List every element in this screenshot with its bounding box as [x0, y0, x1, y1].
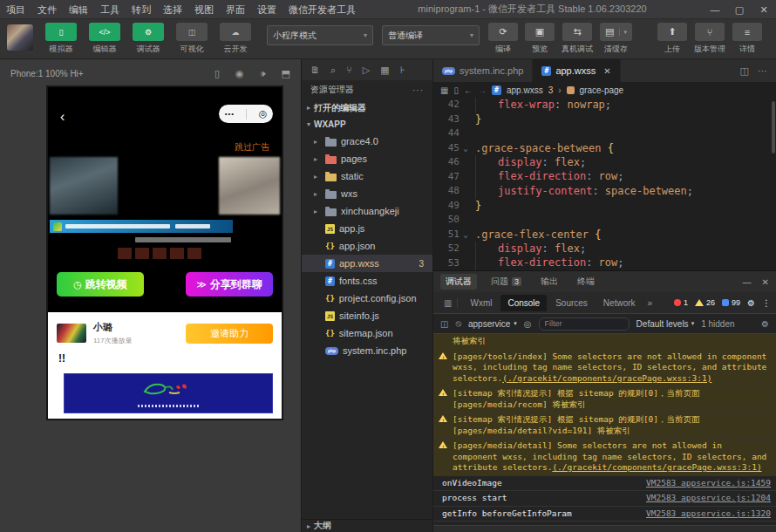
tab-app.wxss[interactable]: #app.wxss✕: [533, 59, 620, 82]
devtools-tab-Sources[interactable]: Sources: [548, 295, 595, 311]
toggle-编辑器[interactable]: </>编辑器: [85, 23, 124, 55]
toggle-云开发[interactable]: ☁云开发: [216, 23, 255, 55]
fold-icon[interactable]: ⌄: [459, 228, 472, 242]
video-thumbnail-right[interactable]: [219, 157, 280, 215]
maximize-button[interactable]: ▢: [727, 0, 752, 19]
log-source-link[interactable]: VM2583 appservice.js:1459: [646, 523, 771, 525]
console-sidebar-icon[interactable]: ◫: [440, 319, 448, 329]
panel-tab-输出[interactable]: 输出: [535, 274, 563, 290]
console-warning[interactable]: [sitemap 索引情况提示] 根据 sitemap 的规则[0]，当前页面 …: [433, 413, 776, 439]
more-tabs-icon[interactable]: »: [644, 298, 657, 308]
file-fonts.css[interactable]: #fonts.css: [302, 272, 432, 290]
console-log[interactable]: getInfo beforeGetInfoParamVM2583 appserv…: [433, 507, 776, 522]
console-warning[interactable]: 将被索引: [433, 334, 776, 350]
panel-minimize-icon[interactable]: —: [743, 277, 752, 287]
console-warning[interactable]: [pages/tools/index] Some selectors are n…: [433, 350, 776, 387]
action-清缓存[interactable]: ▤▾清缓存: [600, 23, 632, 55]
split-editor-icon[interactable]: ◫: [740, 65, 749, 77]
file-xinchuangkeji[interactable]: ▸xinchuangkeji: [302, 202, 432, 220]
action-详情[interactable]: ≡详情: [732, 23, 762, 55]
context-select[interactable]: appservice ▾: [468, 319, 517, 329]
menu-item-微信开发者工具[interactable]: 微信开发者工具: [282, 0, 362, 19]
breadcrumb-symbol[interactable]: grace-page: [580, 85, 624, 95]
warning-source-link[interactable]: (./gracekit/components/gracePage.wxss:3:…: [502, 373, 711, 383]
上传-button[interactable]: ⬆: [657, 23, 687, 41]
panel-tab-调试器[interactable]: 调试器: [440, 274, 477, 290]
toggle-模拟器[interactable]: ▯模拟器: [42, 23, 80, 55]
invite-button[interactable]: 邀请助力: [186, 324, 273, 344]
device-toolbar-icon[interactable]: ▥: [439, 298, 458, 308]
menu-item-转到[interactable]: 转到: [126, 0, 157, 19]
menu-item-项目[interactable]: 项目: [0, 0, 31, 19]
预览-button[interactable]: ▣: [525, 23, 555, 41]
warning-badge[interactable]: 26: [695, 298, 715, 307]
rotate-phone-icon[interactable]: ▯: [214, 68, 220, 79]
extensions-icon[interactable]: ▦: [380, 65, 389, 76]
devtools-tab-Network[interactable]: Network: [596, 295, 643, 311]
console-hscrollbar[interactable]: [433, 525, 776, 532]
workspace-section[interactable]: ▾ WXAPP: [302, 116, 432, 133]
console-log[interactable]: reqUrl https://vod-al1bbd...s.smtcdns.co…: [433, 522, 776, 525]
panel-tab-问题[interactable]: 问题3: [486, 274, 527, 290]
device-info[interactable]: Phone:1 100% Hi+: [10, 69, 84, 78]
file-app.js[interactable]: JSapp.js: [302, 220, 432, 237]
more-actions-icon[interactable]: ···: [758, 65, 767, 76]
back-arrow-icon[interactable]: ←: [464, 85, 473, 95]
info-badge[interactable]: 99: [722, 298, 740, 307]
action-真机调试[interactable]: ⇆真机调试: [562, 23, 593, 55]
compile-mode-select[interactable]: 普通编译▾: [382, 25, 480, 45]
git-branch-icon[interactable]: ⑂: [346, 65, 352, 75]
action-上传[interactable]: ⬆上传: [657, 23, 687, 55]
log-source-link[interactable]: VM2583 appservice.js:1320: [646, 508, 771, 520]
clear-console-icon[interactable]: ⦸: [455, 318, 461, 329]
bookmark-icon[interactable]: ▯: [453, 85, 459, 95]
gear-icon[interactable]: ⚙: [747, 298, 755, 308]
record-icon[interactable]: ◉: [235, 68, 244, 79]
file-project.config.json[interactable]: {}project.config.json: [302, 290, 432, 307]
plug-icon[interactable]: ⊦: [400, 65, 405, 76]
panel-tab-终端[interactable]: 终端: [572, 274, 600, 290]
action-预览[interactable]: ▣预览: [525, 23, 555, 55]
editor-scrollbar[interactable]: [772, 101, 775, 153]
forward-arrow-icon[interactable]: →: [478, 85, 487, 95]
outline-section[interactable]: ▸ 大纲: [302, 519, 432, 532]
action-编译[interactable]: ⟳编译: [488, 23, 518, 55]
close-button[interactable]: ✕: [752, 0, 776, 19]
file-system.inc.php[interactable]: phpsystem.inc.php: [302, 342, 432, 359]
file-siteinfo.js[interactable]: JSsiteinfo.js: [302, 307, 432, 324]
console-log[interactable]: process startVM2583 appservice.js:1204: [433, 491, 776, 507]
console-filter-input[interactable]: [539, 317, 630, 331]
search-icon[interactable]: ⌕: [330, 65, 336, 76]
menu-item-设置[interactable]: 设置: [251, 0, 282, 19]
video-thumbnail-left[interactable]: [50, 157, 118, 215]
真机调试-button[interactable]: ⇆: [562, 23, 592, 41]
eye-icon[interactable]: ◎: [524, 319, 532, 329]
warning-source-link[interactable]: (./gracekit/components/gracePage.wxss:3:…: [552, 462, 761, 472]
breadcrumb-file[interactable]: app.wxss: [507, 85, 543, 95]
menu-item-文件[interactable]: 文件: [31, 0, 63, 19]
toggle-可视化[interactable]: ◫可视化: [173, 23, 211, 55]
file-pages[interactable]: ▸pages: [302, 150, 432, 167]
error-badge[interactable]: 1: [674, 298, 688, 307]
file-sitemap.json[interactable]: {}sitemap.json: [302, 324, 432, 342]
grid-icon[interactable]: ▦: [440, 85, 448, 95]
log-source-link[interactable]: VM2583 appservice.js:1459: [646, 478, 771, 489]
log-url-link[interactable]: https://vod-al1bbd...s.smtcdns.com/varie…: [442, 523, 636, 525]
toggle-调试器[interactable]: ⚙调试器: [129, 23, 167, 55]
file-app.json[interactable]: {}app.json: [302, 237, 432, 255]
skip-ad-link[interactable]: 跳过广告: [235, 141, 269, 153]
action-版本管理[interactable]: ⑂版本管理: [694, 23, 725, 55]
fold-icon[interactable]: ⌄: [459, 141, 472, 156]
file-app.wxss[interactable]: #app.wxss3: [302, 255, 432, 272]
menu-item-视图[interactable]: 视图: [188, 0, 220, 19]
devtools-tab-Wxml[interactable]: Wxml: [463, 295, 499, 311]
console-warning[interactable]: [sitemap 索引情况提示] 根据 sitemap 的规则[0]，当前页面 …: [433, 386, 776, 413]
sound-icon[interactable]: 🕩: [260, 68, 266, 79]
exit-icon[interactable]: ◎: [259, 108, 268, 119]
back-icon[interactable]: ‹: [60, 110, 65, 124]
log-source-link[interactable]: VM2583 appservice.js:1204: [646, 493, 771, 504]
code-editor[interactable]: 42flex-wrap: nowrap;43}4445⌄.grace-space…: [433, 98, 776, 270]
menu-item-界面[interactable]: 界面: [220, 0, 251, 19]
user-avatar[interactable]: [7, 24, 33, 51]
file-grace4.0[interactable]: ▸grace4.0: [302, 133, 432, 150]
